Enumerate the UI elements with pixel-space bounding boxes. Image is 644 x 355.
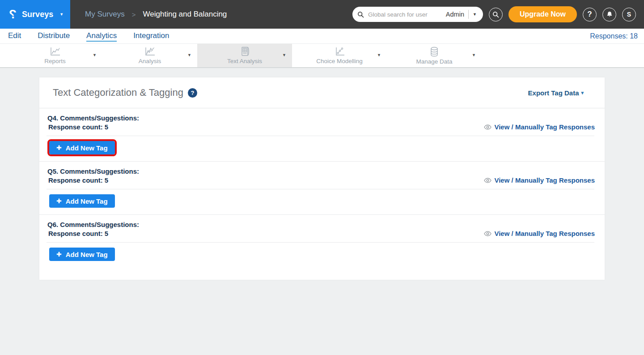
tab-label: Choice Modelling	[316, 58, 363, 64]
global-search-input[interactable]	[367, 11, 445, 18]
tab-choice-modelling[interactable]: Choice Modelling ▼	[292, 44, 387, 67]
view-manually-tag-link[interactable]: View / Manually Tag Responses	[484, 230, 595, 237]
responses-count: Responses: 18	[590, 32, 644, 40]
page-title: Text Categorization & Tagging	[53, 87, 183, 98]
tab-label: Text Analysis	[227, 58, 262, 64]
chevron-down-icon[interactable]: ▼	[93, 53, 97, 57]
tab-manage-data[interactable]: Manage Data ▼	[387, 44, 482, 67]
proprofs-logo-icon: ?	[9, 8, 17, 21]
question-section-q5: Q5. Comments/Suggestions: Response count…	[39, 162, 605, 215]
divider	[47, 189, 594, 189]
bell-icon	[606, 11, 613, 18]
card-header: Text Categorization & Tagging ? Export T…	[39, 77, 605, 108]
eye-icon	[484, 231, 491, 236]
question-section-q4: Q4. Comments/Suggestions: Response count…	[39, 108, 605, 162]
view-manually-tag-link[interactable]: View / Manually Tag Responses	[484, 176, 595, 184]
title-help-icon[interactable]: ?	[188, 88, 197, 98]
survey-nav: Edit Distribute Analytics Integration Re…	[0, 29, 644, 44]
chevron-down-icon[interactable]: ▼	[377, 53, 381, 57]
nav-item-distribute[interactable]: Distribute	[38, 30, 70, 42]
database-icon	[428, 47, 440, 57]
view-link-label: View / Manually Tag Responses	[494, 230, 595, 237]
plus-icon: ✚	[56, 197, 62, 205]
surveys-app-switcher[interactable]: ? Surveys ▼	[0, 0, 70, 29]
line-chart-icon	[49, 47, 61, 57]
top-header: ? Surveys ▼ My Surveys > Weighting and B…	[0, 0, 644, 29]
add-new-tag-button-q4[interactable]: ✚ Add New Tag	[49, 141, 115, 154]
search-scope-caret-icon[interactable]: ▼	[469, 12, 479, 17]
view-link-label: View / Manually Tag Responses	[494, 176, 595, 184]
user-avatar[interactable]: S	[622, 8, 636, 21]
add-new-tag-button-q6[interactable]: ✚ Add New Tag	[49, 248, 115, 261]
nav-item-analytics[interactable]: Analytics	[86, 30, 117, 42]
add-tag-label: Add New Tag	[66, 197, 108, 205]
divider	[47, 136, 594, 136]
eye-icon	[484, 124, 491, 130]
search-scope-selector[interactable]: Admin	[445, 11, 468, 18]
divider	[47, 242, 594, 243]
chevron-down-icon: ▾	[581, 90, 584, 96]
tab-reports[interactable]: Reports ▼	[8, 44, 102, 67]
document-grid-icon	[239, 47, 250, 57]
scatter-chart-icon	[334, 47, 345, 57]
view-manually-tag-link[interactable]: View / Manually Tag Responses	[484, 123, 595, 131]
response-count-value: 5	[105, 123, 108, 131]
eye-icon	[484, 178, 491, 183]
response-count: Response count: 5	[48, 176, 108, 184]
trend-chart-icon	[144, 47, 156, 57]
question-title: Q6. Comments/Suggestions:	[39, 215, 605, 228]
chevron-down-icon[interactable]: ▼	[282, 53, 286, 57]
tab-label: Analysis	[139, 58, 161, 64]
upgrade-now-button[interactable]: Upgrade Now	[508, 6, 577, 22]
export-tag-data-dropdown[interactable]: Export Tag Data ▾	[528, 89, 584, 97]
header-search-button[interactable]	[489, 8, 503, 21]
product-label: Surveys	[22, 10, 53, 19]
response-count: Response count: 5	[48, 230, 108, 237]
breadcrumb: My Surveys > Weighting and Balancing	[85, 10, 227, 19]
view-link-label: View / Manually Tag Responses	[494, 123, 595, 131]
chevron-down-icon[interactable]: ▼	[187, 53, 191, 57]
question-title: Q4. Comments/Suggestions:	[39, 108, 605, 122]
question-title: Q5. Comments/Suggestions:	[39, 162, 605, 175]
response-count-value: 5	[105, 230, 108, 237]
chevron-down-icon: ▼	[59, 12, 64, 17]
tab-label: Manage Data	[416, 58, 452, 65]
breadcrumb-separator-icon: >	[132, 11, 136, 18]
search-icon	[357, 11, 364, 18]
response-count: Response count: 5	[48, 123, 108, 131]
tab-analysis[interactable]: Analysis ▼	[102, 44, 197, 67]
analytics-tabbar: Reports ▼ Analysis ▼ Text Analysis ▼	[0, 44, 644, 68]
response-count-prefix: Response count:	[48, 176, 103, 184]
add-tag-label: Add New Tag	[66, 144, 108, 152]
add-tag-label: Add New Tag	[66, 251, 108, 258]
response-count-prefix: Response count:	[48, 230, 103, 237]
help-button[interactable]: ?	[583, 8, 597, 21]
add-new-tag-button-q5[interactable]: ✚ Add New Tag	[49, 194, 115, 208]
breadcrumb-current-survey: Weighting and Balancing	[143, 10, 227, 19]
plus-icon: ✚	[56, 251, 62, 258]
avatar-initial: S	[627, 11, 631, 18]
notifications-button[interactable]	[602, 8, 616, 21]
header-actions: Admin ▼ Upgrade Now ? S	[352, 6, 644, 22]
nav-item-edit[interactable]: Edit	[8, 30, 21, 42]
tab-text-analysis[interactable]: Text Analysis ▼	[197, 44, 292, 67]
response-count-value: 5	[105, 176, 108, 184]
search-icon	[492, 11, 499, 18]
export-label: Export Tag Data	[528, 89, 579, 97]
plus-icon: ✚	[56, 144, 62, 151]
question-mark-icon: ?	[587, 10, 592, 19]
tab-label: Reports	[44, 58, 65, 64]
breadcrumb-my-surveys[interactable]: My Surveys	[85, 10, 125, 19]
nav-item-integration[interactable]: Integration	[133, 30, 169, 42]
global-search: Admin ▼	[352, 7, 483, 22]
text-tagging-card: Text Categorization & Tagging ? Export T…	[39, 77, 605, 280]
response-count-prefix: Response count:	[48, 123, 103, 131]
chevron-down-icon[interactable]: ▼	[472, 53, 476, 57]
question-section-q6: Q6. Comments/Suggestions: Response count…	[39, 215, 605, 268]
